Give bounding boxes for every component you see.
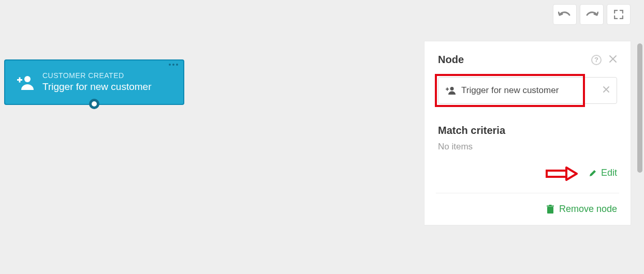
node-properties-panel: Node ? Trigger for new customer Match cr… [425,41,631,225]
match-criteria-empty-text: No items [438,142,617,152]
help-icon[interactable]: ? [591,55,602,65]
svg-rect-6 [547,171,566,177]
svg-rect-5 [447,87,448,90]
svg-point-0 [24,76,31,82]
edit-criteria-button[interactable]: Edit [438,168,617,178]
undo-icon [558,10,572,19]
remove-node-label: Remove node [559,204,617,215]
node-output-port[interactable] [89,99,99,109]
person-add-icon [14,74,37,90]
redo-button[interactable] [580,4,604,25]
fullscreen-button[interactable] [607,4,631,25]
canvas-toolbar [553,4,631,25]
annotation-arrow [546,166,578,181]
divider [436,193,619,193]
match-criteria-heading: Match criteria [438,125,617,136]
node-name-value: Trigger for new customer [461,85,559,96]
panel-title: Node [438,54,464,66]
remove-node-button[interactable]: Remove node [438,204,617,215]
clear-name-button[interactable] [603,86,610,95]
svg-rect-7 [547,207,553,214]
svg-point-3 [450,87,454,90]
redo-icon [585,10,598,19]
person-add-icon [446,86,456,95]
pencil-icon [589,169,597,177]
close-panel-button[interactable] [609,55,617,65]
node-type-label: CUSTOMER CREATED [42,71,151,81]
trash-icon [547,205,554,214]
svg-rect-2 [19,78,21,83]
close-icon [609,55,617,63]
svg-rect-9 [549,205,551,206]
fullscreen-icon [614,10,623,19]
close-icon [603,86,610,93]
workflow-node[interactable]: CUSTOMER CREATED Trigger for new custome… [4,59,184,105]
node-name-input[interactable]: Trigger for new customer [438,77,617,104]
edit-label: Edit [601,168,617,178]
undo-button[interactable] [553,4,577,25]
node-menu-dots[interactable] [169,64,178,66]
node-title: Trigger for new customer [42,81,151,93]
scrollbar[interactable] [637,43,642,173]
